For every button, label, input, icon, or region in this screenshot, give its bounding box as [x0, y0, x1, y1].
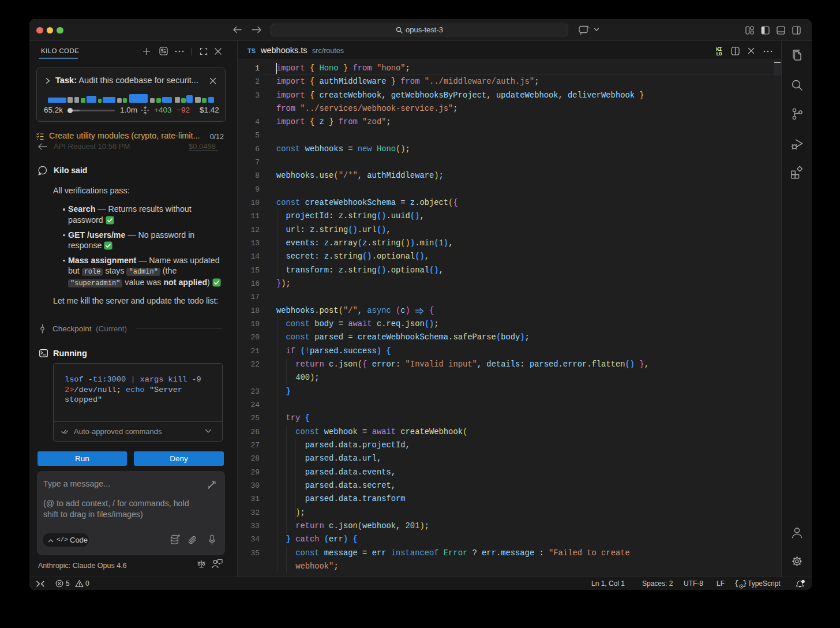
svg-text:LO: LO [716, 51, 722, 56]
